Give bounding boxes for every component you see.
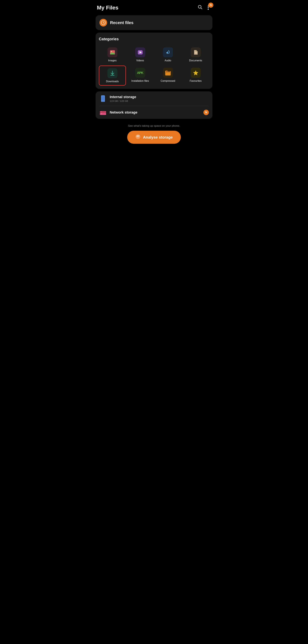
svg-point-18: [167, 72, 168, 72]
storage-card: Internal storage 119 GB / 128 GB Network…: [96, 92, 212, 119]
internal-storage-name: Internal storage: [110, 95, 209, 99]
svg-rect-29: [105, 112, 106, 112]
favourites-icon: [193, 70, 199, 76]
network-storage-info: Network storage: [110, 110, 201, 114]
apk-label: Installation files: [131, 79, 149, 82]
images-icon-wrap: [107, 48, 117, 57]
downloads-label: Downloads: [106, 80, 119, 83]
apk-icon: APK: [137, 71, 143, 75]
svg-rect-23: [102, 96, 104, 100]
internal-storage-item[interactable]: Internal storage 119 GB / 128 GB: [96, 92, 212, 106]
svg-line-7: [103, 23, 104, 23]
images-label: Images: [108, 59, 116, 62]
header-actions: N: [198, 5, 211, 10]
apk-icon-wrap: APK: [135, 68, 145, 78]
user-avatar-badge: N: [208, 2, 213, 8]
more-options-button[interactable]: N: [205, 6, 211, 10]
audio-icon: [165, 50, 171, 55]
audio-label: Audio: [165, 59, 171, 62]
category-compressed[interactable]: Compressed: [154, 66, 181, 86]
downloads-icon-wrap: [107, 68, 117, 78]
compressed-icon: [165, 70, 171, 76]
category-videos[interactable]: Videos: [127, 45, 154, 64]
svg-line-1: [201, 8, 202, 9]
search-icon: [198, 5, 202, 10]
category-documents[interactable]: Documents: [182, 45, 209, 64]
network-storage-item[interactable]: Network storage N: [96, 106, 212, 119]
clock-icon: [99, 19, 107, 26]
analyse-button-label: Analyse storage: [143, 135, 173, 140]
downloads-icon: [110, 70, 115, 76]
svg-point-3: [208, 7, 209, 8]
app-header: My Files N: [93, 0, 215, 14]
svg-rect-22: [102, 101, 104, 102]
audio-icon-wrap: [163, 48, 173, 57]
videos-label: Videos: [136, 59, 144, 62]
svg-marker-20: [193, 70, 198, 75]
categories-title: Categories: [99, 37, 209, 41]
category-grid: Images Videos Audio: [99, 45, 209, 86]
svg-rect-26: [101, 114, 102, 114]
documents-icon: [193, 50, 199, 55]
favourites-label: Favourites: [190, 79, 202, 82]
images-icon: [110, 50, 115, 55]
analyse-hint: See what's taking up space on your phone…: [128, 124, 180, 128]
network-icon: [99, 110, 107, 115]
internal-storage-sub: 119 GB / 128 GB: [110, 100, 209, 102]
svg-rect-27: [101, 112, 102, 112]
svg-point-4: [208, 9, 209, 10]
videos-icon-wrap: [135, 48, 145, 57]
app-title: My Files: [97, 4, 118, 11]
svg-point-9: [111, 51, 112, 52]
categories-card: Categories Images Videos: [96, 32, 212, 89]
favourites-icon-wrap: [191, 68, 201, 78]
category-images[interactable]: Images: [99, 45, 126, 64]
compressed-label: Compressed: [161, 79, 175, 82]
search-button[interactable]: [198, 5, 202, 10]
videos-icon: [137, 50, 143, 55]
recent-files-card[interactable]: Recent files: [96, 15, 212, 30]
category-apk[interactable]: APK Installation files: [127, 66, 154, 86]
category-favourites[interactable]: Favourites: [182, 66, 209, 86]
category-audio[interactable]: Audio: [154, 45, 181, 64]
network-badge: N: [203, 110, 209, 115]
documents-icon-wrap: [191, 48, 201, 57]
internal-storage-info: Internal storage 119 GB / 128 GB: [110, 95, 209, 102]
compressed-icon-wrap: [163, 68, 173, 78]
analyse-section: See what's taking up space on your phone…: [93, 123, 215, 148]
analyse-icon: [135, 134, 141, 140]
svg-point-17: [166, 72, 167, 72]
svg-point-19: [169, 72, 170, 72]
recent-files-label: Recent files: [110, 20, 133, 25]
analyse-storage-button[interactable]: Analyse storage: [127, 131, 181, 144]
phone-icon: [99, 95, 107, 102]
network-storage-name: Network storage: [110, 110, 201, 114]
svg-point-31: [137, 136, 138, 137]
category-downloads[interactable]: Downloads: [99, 66, 126, 86]
svg-rect-28: [105, 114, 106, 114]
documents-label: Documents: [189, 59, 202, 62]
